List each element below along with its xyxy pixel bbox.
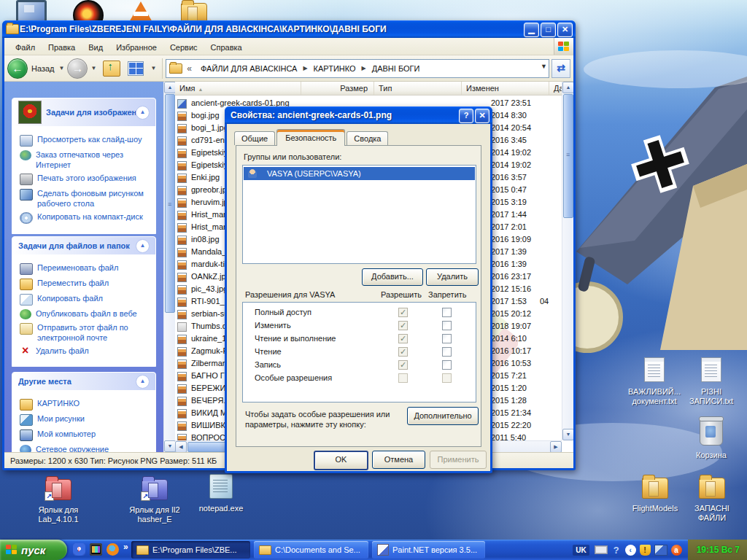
cancel-button[interactable]: Отмена [372, 451, 425, 469]
scrollbar-thumb[interactable]: ≡ [165, 94, 175, 313]
task-link[interactable]: Мои рисунки [20, 413, 150, 426]
menu-item[interactable]: Справка [204, 41, 249, 54]
advanced-button[interactable]: Дополнительно [407, 407, 479, 425]
hide-tray-icons-icon[interactable]: ‹ [625, 545, 636, 556]
desktop-icon-flightmodels[interactable]: FlightModels [624, 478, 686, 513]
dialog-tab[interactable]: Общие [234, 131, 275, 145]
dialog-tab[interactable]: Сводка [347, 131, 388, 145]
views-button[interactable] [128, 61, 144, 76]
desktop-icon-zapasni-faily[interactable]: ЗАПАСНІ ФАЙЛИ [681, 478, 743, 523]
filelist-vscrollbar[interactable]: ▲ ≡ ▼ [562, 82, 573, 440]
column-date[interactable]: Да [549, 82, 562, 95]
desktop-icon-document1[interactable]: ВАЖЛИВИЙ... документ.txt [624, 357, 685, 406]
deny-checkbox[interactable] [442, 347, 452, 357]
taskbar-clock[interactable]: 19:15 Вс 7 [688, 540, 747, 560]
maximize-button[interactable]: □ [541, 23, 556, 37]
panel-header[interactable]: Другие места ▲ [12, 373, 155, 390]
back-dropdown-icon[interactable]: ▼ [59, 65, 65, 71]
users-listbox[interactable]: VASYA (USERPC\VASYA) [242, 165, 476, 264]
collapse-chevron-icon[interactable]: ▲ [136, 375, 150, 389]
task-link[interactable]: Сделать фоновым рисунком рабочего стола [20, 188, 150, 209]
taskbar-window-button[interactable]: E:\Program Files\ZBE... [131, 541, 250, 559]
go-refresh-button[interactable]: ⇄ [551, 59, 570, 78]
menu-item[interactable]: Файл [9, 41, 42, 54]
menu-item[interactable]: Избранное [109, 41, 163, 54]
task-link[interactable]: Заказ отпечатков через Интернет [20, 149, 150, 170]
task-link[interactable]: Переместить файл [20, 278, 150, 290]
allow-checkbox[interactable] [398, 308, 408, 317]
menu-item[interactable]: Сервис [163, 41, 204, 54]
task-link[interactable]: Просмотреть как слайд-шоу [20, 134, 150, 147]
task-link[interactable]: Копировать на компакт-диск [20, 211, 150, 224]
task-link[interactable]: Мой компьютер [20, 429, 150, 441]
close-button[interactable]: ✕ [557, 23, 573, 37]
task-link[interactable]: Печать этого изображения [20, 173, 150, 185]
scroll-down-icon[interactable]: ▼ [164, 440, 176, 452]
column-type[interactable]: Тип [374, 82, 462, 95]
task-link[interactable]: Отправить этот файл по электронной почте [20, 322, 150, 343]
desktop-icon-notepad[interactable]: notepad.exe [188, 474, 254, 513]
antivirus-icon[interactable]: a [671, 545, 682, 556]
dialog-titlebar[interactable]: Свойства: ancient-greek-cards-01.png ? ✕ [225, 106, 492, 124]
scroll-up-icon[interactable]: ▲ [164, 82, 176, 93]
column-size[interactable]: Размер [301, 82, 374, 95]
menu-item[interactable]: Правка [42, 41, 82, 54]
task-link[interactable]: КАРТИНКО [20, 398, 150, 411]
scroll-down-icon[interactable]: ▼ [562, 429, 573, 440]
quick-launch-download-manager-icon[interactable] [73, 543, 85, 556]
deny-checkbox[interactable] [442, 360, 452, 370]
deny-checkbox[interactable] [442, 308, 452, 317]
network-icon[interactable] [654, 545, 667, 556]
desktop-icon-shortcut-lab[interactable]: ↗ Ярлык для Lab_4.10.1 [22, 479, 95, 524]
allow-checkbox[interactable] [398, 373, 408, 383]
desktop-icon-document2[interactable]: РІЗНІ ЗАПИСИ.txt [681, 357, 742, 406]
panel-header[interactable]: Задачи для изображени ▲ [12, 98, 155, 126]
language-indicator[interactable]: UK [573, 545, 589, 556]
views-dropdown-icon[interactable]: ▼ [150, 65, 156, 71]
desktop-icon-recycle-bin[interactable]: Корзина [681, 418, 742, 460]
close-button[interactable]: ✕ [475, 109, 489, 123]
deny-checkbox[interactable] [442, 334, 452, 343]
allow-checkbox[interactable] [398, 334, 408, 343]
start-button[interactable]: пуск [0, 540, 67, 560]
collapse-chevron-icon[interactable]: ▲ [136, 106, 150, 120]
scrollbar-thumb[interactable]: ≡ [563, 94, 573, 218]
user-list-item[interactable]: VASYA (USERPC\VASYA) [244, 167, 475, 180]
address-bar[interactable]: « ▶ФАЙЛИ ДЛЯ АВІАСКІНСА▶КАРТИНКО▶ДАВНІ Б… [166, 59, 549, 78]
remove-button[interactable]: Удалить [426, 268, 479, 286]
deny-checkbox[interactable] [442, 321, 452, 330]
taskbar-window-button[interactable]: C:\Documents and Se... [254, 541, 368, 559]
sidebar-scrollbar[interactable]: ▲ ≡ ▼ [163, 82, 176, 452]
column-name[interactable]: Имя▲ [175, 82, 301, 95]
column-modified[interactable]: Изменен [462, 82, 549, 95]
add-button[interactable]: Добавить... [362, 268, 423, 286]
task-link[interactable]: Переименовать файл [20, 262, 150, 275]
forward-dropdown-icon[interactable]: ▼ [90, 65, 96, 71]
quick-launch-media-player-icon[interactable] [90, 543, 102, 556]
breadcrumb-segment[interactable]: ФАЙЛИ ДЛЯ АВІАСКІНСА [196, 63, 301, 74]
scroll-left-icon[interactable]: ◀ [175, 441, 187, 452]
security-shield-icon[interactable]: ! [640, 545, 651, 556]
allow-checkbox[interactable] [398, 360, 408, 370]
menu-item[interactable]: Вид [82, 41, 109, 54]
task-link[interactable]: Удалить файл [20, 346, 150, 357]
panel-header[interactable]: Задачи для файлов и папок ▲ [12, 237, 155, 254]
deny-checkbox[interactable] [442, 373, 452, 383]
allow-checkbox[interactable] [398, 347, 408, 357]
minimize-button[interactable]: ▁ [524, 23, 539, 37]
allow-checkbox[interactable] [398, 321, 408, 330]
task-link[interactable]: Сетевое окружение [20, 444, 150, 452]
breadcrumb-segment[interactable]: КАРТИНКО [309, 63, 360, 74]
address-dropdown-icon[interactable]: ▼ [541, 63, 547, 70]
keyboard-layout-icon[interactable] [595, 545, 608, 554]
breadcrumb-segment[interactable]: ДАВНІ БОГИ [368, 63, 425, 74]
help-tray-icon[interactable]: ? [614, 545, 619, 556]
apply-button[interactable]: Применить [430, 451, 487, 469]
back-button[interactable]: ← [7, 58, 28, 79]
help-button[interactable]: ? [459, 109, 473, 123]
collapse-chevron-icon[interactable]: ▲ [136, 239, 150, 253]
up-folder-button[interactable] [103, 61, 120, 77]
ok-button[interactable]: OK [314, 451, 368, 470]
breadcrumb-collapse-icon[interactable]: « [187, 63, 192, 74]
desktop-icon-shortcut-il2[interactable]: ↗ Ярлык для Il2 hasher_E [118, 479, 191, 524]
